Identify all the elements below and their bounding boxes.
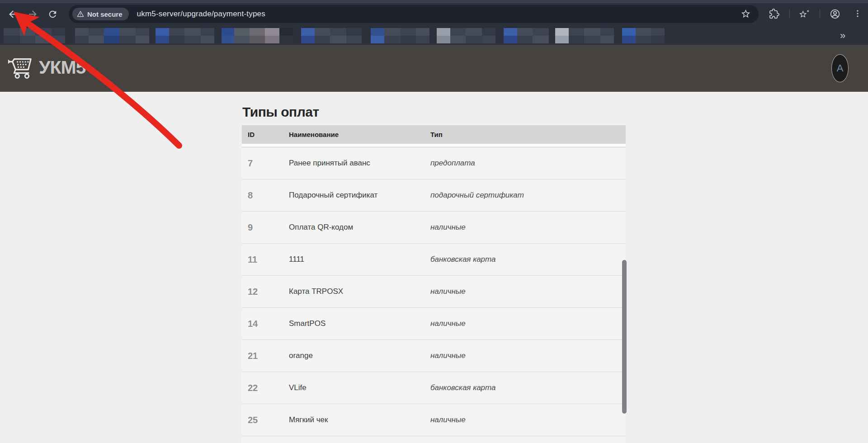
cell-type: наличные [430, 223, 626, 232]
column-header-type: Тип [430, 131, 626, 138]
column-header-name: Наименование [289, 131, 430, 138]
cell-id: 8 [242, 190, 289, 201]
cell-name: Мягкий чек [289, 415, 430, 424]
table-row[interactable]: 14SmartPOSналичные [242, 308, 626, 340]
extensions-puzzle-icon [769, 9, 779, 19]
back-icon [7, 9, 19, 20]
table-body: 7Ранее принятый аванспредоплата8Подарочн… [242, 147, 626, 436]
reload-button[interactable] [44, 6, 61, 22]
bookmarks-overflow-chevron[interactable]: » [840, 28, 845, 43]
cell-id: 11 [242, 254, 289, 265]
app-logo-text: УКМ5 [39, 57, 86, 78]
profile-button[interactable] [830, 9, 840, 21]
cell-type: наличные [430, 287, 626, 296]
app-logo[interactable]: УКМ5 [7, 56, 86, 79]
back-button[interactable] [5, 6, 21, 22]
cell-name: orange [289, 351, 430, 360]
three-dots-icon [853, 9, 863, 19]
reload-icon [47, 9, 58, 19]
cell-name: 1111 [289, 255, 430, 264]
cell-name: SmartPOS [289, 319, 430, 328]
sparkle-star-icon [799, 9, 810, 19]
forward-icon [27, 9, 38, 20]
table-row[interactable]: 22VLifeбанковская карта [242, 372, 626, 404]
extensions-button[interactable] [769, 9, 779, 21]
cell-type: подарочный сертификат [430, 191, 626, 200]
table-row[interactable]: 8Подарочный сертификатподарочный сертифи… [242, 179, 626, 212]
table-row[interactable]: 7Ранее принятый аванспредоплата [242, 147, 626, 179]
cell-type: банковская карта [430, 383, 626, 392]
bookmarks-blur [4, 28, 665, 43]
table-filler-row [242, 436, 626, 443]
cell-name: Карта TRPOSX [289, 287, 430, 296]
table-scrollbar-thumb[interactable] [622, 260, 627, 414]
toolbar-divider [820, 9, 820, 18]
star-icon [741, 9, 751, 19]
table-row[interactable]: 25Мягкий чекналичные [242, 404, 626, 436]
cell-id: 21 [242, 351, 289, 361]
table-row[interactable]: 9Оплата QR-кодомналичные [242, 212, 626, 244]
table-header-row: ID Наименование Тип [242, 125, 626, 144]
forward-button[interactable] [24, 6, 41, 22]
cell-id: 9 [242, 222, 289, 233]
cart-icon [7, 56, 33, 79]
avatar-initial: A [837, 62, 844, 74]
payment-types-table: ID Наименование Тип 7Ранее принятый аван… [242, 125, 626, 443]
warning-icon [77, 10, 84, 18]
cell-id: 7 [242, 158, 289, 169]
security-chip[interactable]: Not secure [72, 8, 129, 20]
cell-name: Подарочный сертификат [289, 191, 430, 200]
cell-name: Ранее принятый аванс [289, 159, 430, 168]
address-bar[interactable]: Not secure ukm5-server/upgrade/payment-t… [69, 5, 759, 23]
cell-type: наличные [430, 351, 626, 360]
security-chip-label: Not secure [87, 10, 123, 18]
cell-id: 12 [242, 287, 289, 297]
cell-id: 25 [242, 415, 289, 425]
cell-type: наличные [430, 415, 626, 424]
bookmark-page-button[interactable] [741, 9, 751, 21]
user-avatar[interactable]: A [831, 54, 849, 82]
table-row[interactable]: 111111банковская карта [242, 244, 626, 276]
browser-window: Not secure ukm5-server/upgrade/payment-t… [0, 0, 868, 443]
account-circle-icon [830, 9, 840, 19]
tab-strip [0, 0, 868, 3]
table-row[interactable]: 21orangeналичные [242, 340, 626, 372]
url-text[interactable]: ukm5-server/upgrade/payment-types [137, 9, 265, 19]
column-header-id: ID [242, 131, 289, 138]
cell-type: предоплата [430, 159, 626, 168]
cell-type: банковская карта [430, 255, 626, 264]
table-row[interactable]: 12Карта TRPOSXналичные [242, 276, 626, 308]
menu-button[interactable] [853, 9, 863, 20]
table-header-gap [242, 144, 626, 147]
bookmarks-bar: » [0, 27, 868, 45]
cell-id: 14 [242, 319, 289, 329]
toolbar-divider [789, 9, 790, 18]
cell-name: Оплата QR-кодом [289, 223, 430, 232]
page-title: Типы оплат [242, 104, 319, 120]
cell-name: VLife [289, 383, 430, 392]
page-content: Типы оплат ID Наименование Тип 7Ранее пр… [0, 92, 868, 443]
cell-type: наличные [430, 319, 626, 328]
cell-id: 22 [242, 383, 289, 393]
browser-toolbar: Not secure ukm5-server/upgrade/payment-t… [0, 0, 868, 27]
app-header: УКМ5 A [0, 45, 868, 92]
side-panel-button[interactable] [799, 9, 810, 21]
